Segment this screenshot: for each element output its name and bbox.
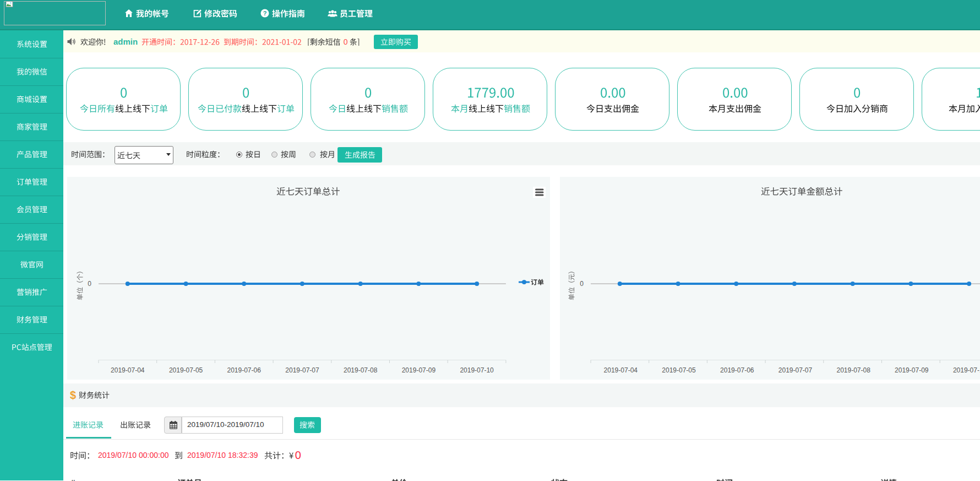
svg-text:?: ? <box>263 10 267 17</box>
